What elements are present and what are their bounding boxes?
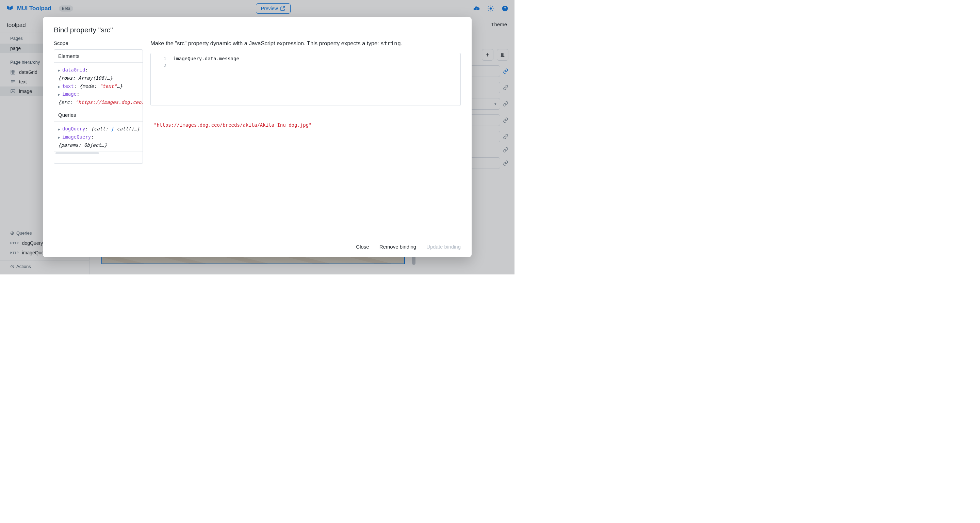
elements-tree: ▶dataGrid: {rows: Array(106)…} ▶text: {m… — [54, 63, 143, 108]
scope-row-datagrid-sub[interactable]: {rows: Array(106)…} — [58, 74, 138, 82]
modal-backdrop[interactable]: Bind property "src" Scope Elements ▶data… — [0, 0, 514, 274]
scope-panel: Elements ▶dataGrid: {rows: Array(106)…} … — [54, 49, 143, 164]
expression-editor[interactable]: 12 imageQuery.data.message — [150, 53, 461, 106]
scope-row-imagequery-sub[interactable]: {params: Object…} — [58, 141, 138, 150]
scope-row-text[interactable]: ▶text: {mode: "text"…} — [58, 82, 138, 91]
code-line-1: imageQuery.data.message — [173, 55, 458, 62]
evaluation-result: "https://images.dog.ceo/breeds/akita/Aki… — [150, 122, 461, 128]
scope-label: Scope — [54, 40, 143, 46]
bind-property-dialog: Bind property "src" Scope Elements ▶data… — [43, 17, 472, 257]
queries-heading: Queries — [54, 108, 143, 121]
queries-tree: ▶dogQuery: {call: ƒ call()…} ▶imageQuery… — [54, 121, 143, 151]
modal-title: Bind property "src" — [54, 26, 461, 34]
update-binding-button: Update binding — [426, 244, 461, 250]
scope-horizontal-scrollbar[interactable] — [54, 151, 143, 155]
scope-row-image[interactable]: ▶image: — [58, 90, 138, 99]
modal-description: Make the "src" property dynamic with a J… — [150, 40, 461, 47]
elements-heading: Elements — [54, 50, 143, 63]
scope-row-image-sub[interactable]: {src: "https://images.dog.ceo/bre — [58, 99, 138, 107]
scope-row-dogquery[interactable]: ▶dogQuery: {call: ƒ call()…} — [58, 125, 138, 133]
scope-row-datagrid[interactable]: ▶dataGrid: — [58, 66, 138, 74]
scope-row-imagequery[interactable]: ▶imageQuery: — [58, 133, 138, 141]
close-button[interactable]: Close — [356, 244, 369, 250]
remove-binding-button[interactable]: Remove binding — [379, 244, 416, 250]
editor-gutter: 12 — [151, 53, 171, 105]
